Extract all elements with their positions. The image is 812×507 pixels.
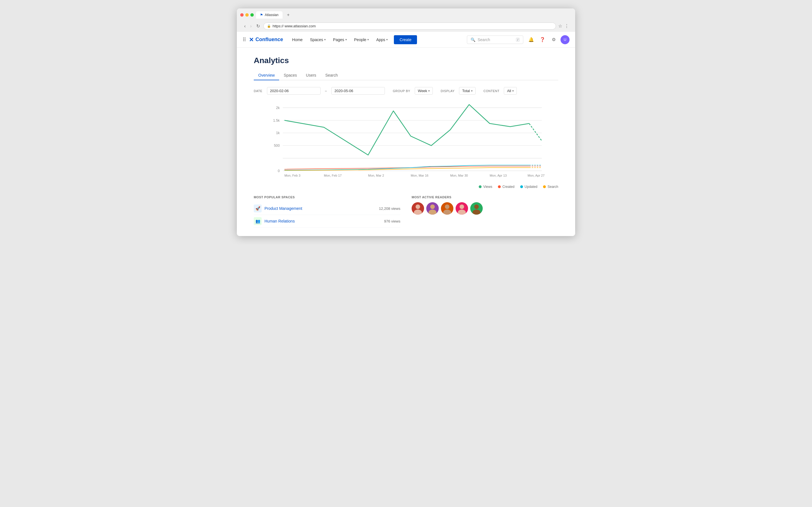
popular-spaces-section: MOST POPULAR SPACES 🚀 Product Management… [254,195,400,228]
apps-label: Apps [376,38,385,42]
popular-spaces-title: MOST POPULAR SPACES [254,195,400,199]
group-by-dropdown[interactable]: Week ▾ [415,87,433,95]
page-title: Analytics [254,56,558,65]
hr-space-views: 976 views [384,219,400,223]
svg-point-19 [416,205,420,209]
pages-chevron: ▾ [345,38,347,41]
legend-views: Views [479,185,492,189]
search-bar[interactable]: 🔍 Search / [467,36,523,44]
user-avatar[interactable]: U [560,35,569,44]
nav-people[interactable]: People ▾ [351,35,372,44]
svg-point-25 [445,205,449,209]
logo-text: Confluence [255,37,283,43]
nav-links: Home Spaces ▾ Pages ▾ People ▾ Apps ▾ Cr… [289,35,466,44]
group-by-chevron: ▾ [428,89,430,93]
search-icon: 🔍 [470,38,475,42]
hr-space-name[interactable]: Human Relations [264,219,381,223]
lock-icon: 🔒 [267,24,271,28]
search-placeholder: Search [477,38,490,42]
people-label: People [354,38,366,42]
maximize-button[interactable] [250,13,254,17]
tab-overview[interactable]: Overview [254,71,279,80]
reader-avatar-3[interactable] [441,202,453,215]
svg-point-22 [430,205,435,209]
content-chevron: ▾ [512,89,514,93]
product-space-name[interactable]: Product Management [264,206,376,211]
new-tab-button[interactable]: + [285,11,292,18]
filters-row: DATE – GROUP BY Week ▾ DISPLAY Total ▾ C… [254,87,558,95]
svg-point-28 [460,205,464,209]
nav-pages[interactable]: Pages ▾ [329,35,350,44]
chart-legend: Views Created Updated Search [254,185,558,189]
search-legend-label: Search [548,185,558,189]
content-dropdown[interactable]: All ▾ [504,87,516,95]
updated-label: Updated [525,185,538,189]
svg-text:Mon, Mar 30: Mon, Mar 30 [450,174,468,177]
views-dot [479,185,481,188]
legend-updated: Updated [520,185,538,189]
people-chevron: ▾ [367,38,369,41]
svg-text:Mon, Feb 3: Mon, Feb 3 [285,174,301,177]
bottom-sections: MOST POPULAR SPACES 🚀 Product Management… [254,195,558,228]
help-button[interactable]: ❓ [538,35,547,44]
pages-label: Pages [333,38,344,42]
create-button[interactable]: Create [394,35,417,44]
active-readers-title: MOST ACTIVE READERS [412,195,558,199]
legend-created: Created [498,185,515,189]
display-chevron: ▾ [471,89,472,93]
updated-dot [520,185,523,188]
confluence-logo[interactable]: ✕ Confluence [249,36,283,43]
settings-button[interactable]: ⚙ [549,35,558,44]
created-label: Created [502,185,515,189]
svg-text:1k: 1k [276,131,280,135]
tab-users[interactable]: Users [301,71,321,80]
svg-text:Mon, Apr 27: Mon, Apr 27 [527,174,545,177]
main-content: Analytics Overview Spaces Users Search D… [237,48,575,236]
nav-spaces[interactable]: Spaces ▾ [306,35,329,44]
reload-button[interactable]: ↻ [255,23,261,29]
back-button[interactable]: ‹ [243,23,247,29]
date-label: DATE [254,89,262,93]
reader-avatar-2[interactable] [426,202,439,215]
nav-home[interactable]: Home [289,35,306,44]
bookmark-icon[interactable]: ☆ [558,23,562,29]
search-shortcut: / [516,38,520,42]
legend-search: Search [543,185,558,189]
svg-text:Mon, Apr 13: Mon, Apr 13 [490,174,507,177]
date-from-input[interactable] [267,87,320,95]
nav-apps[interactable]: Apps ▾ [373,35,391,44]
date-to-input[interactable] [331,87,385,95]
apps-chevron: ▾ [386,38,388,41]
grid-icon[interactable]: ⠿ [243,37,246,43]
svg-text:0: 0 [278,169,280,173]
display-value: Total [462,89,470,93]
views-label: Views [483,185,492,189]
forward-button[interactable]: › [249,23,253,29]
spaces-chevron: ▾ [324,38,326,41]
space-item-product: 🚀 Product Management 12,208 views [254,202,400,215]
confluence-icon: ✕ [249,36,254,43]
tab-search[interactable]: Search [321,71,342,80]
content-value: All [507,89,511,93]
nav-icons: 🔔 ❓ ⚙ U [527,35,569,44]
browser-tab[interactable]: ⚑ Atlassian [256,11,283,18]
tab-spaces[interactable]: Spaces [279,71,301,80]
svg-text:Mon, Feb 17: Mon, Feb 17 [324,174,342,177]
active-readers-section: MOST ACTIVE READERS [412,195,558,228]
reader-avatar-1[interactable] [412,202,424,215]
product-space-icon: 🚀 [254,205,262,212]
svg-text:1.5k: 1.5k [273,119,280,122]
group-by-value: Week [418,89,427,93]
more-options-icon[interactable]: ⋮ [564,23,569,29]
address-bar[interactable]: 🔒 https:// www.atlassian.com [263,22,556,30]
close-button[interactable] [240,13,244,17]
notifications-button[interactable]: 🔔 [527,35,536,44]
reader-avatar-5[interactable] [470,202,483,215]
search-dot [543,185,546,188]
date-separator: – [325,89,327,93]
display-dropdown[interactable]: Total ▾ [459,87,475,95]
minimize-button[interactable] [245,13,249,17]
reader-avatar-4[interactable] [456,202,468,215]
space-item-hr: 👥 Human Relations 976 views [254,215,400,228]
url-display: https:// www.atlassian.com [273,24,316,28]
